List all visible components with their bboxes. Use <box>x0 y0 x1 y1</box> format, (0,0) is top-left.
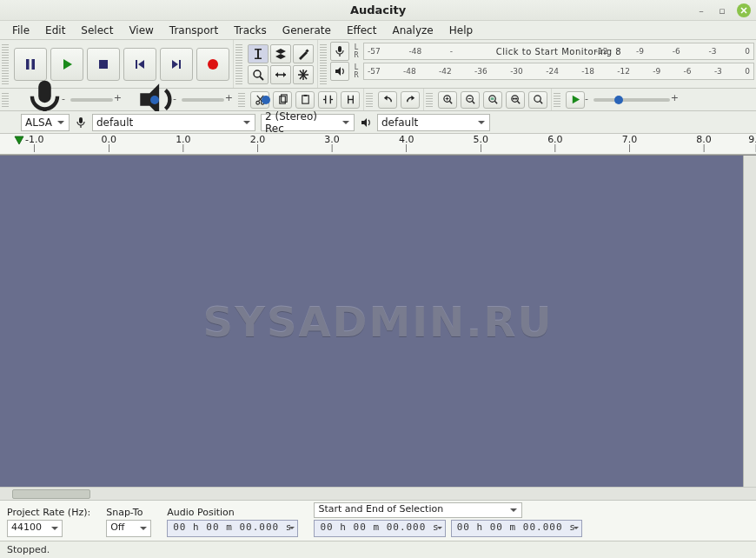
svg-marker-45 <box>383 96 387 101</box>
undo-button[interactable] <box>378 91 397 109</box>
snap-to-select[interactable]: Off <box>106 520 151 537</box>
skip-start-button[interactable] <box>123 48 156 81</box>
draw-tool[interactable] <box>293 44 314 63</box>
toolbar-grip[interactable] <box>320 43 327 84</box>
menu-help[interactable]: Help <box>442 23 480 38</box>
svg-point-30 <box>255 101 259 104</box>
toolbar-grip[interactable] <box>235 43 242 84</box>
svg-rect-55 <box>490 97 494 100</box>
toolbar-grip[interactable] <box>2 43 9 84</box>
track-canvas[interactable]: SYSADMIN.RU <box>0 155 756 487</box>
svg-line-56 <box>494 101 497 103</box>
fit-selection-button[interactable] <box>483 91 502 109</box>
fit-project-button[interactable] <box>506 91 525 109</box>
toolbar-row-2 <box>0 89 756 111</box>
svg-marker-64 <box>572 96 579 103</box>
snap-to-label: Snap-To <box>106 507 151 518</box>
minimize-button[interactable]: – <box>695 4 707 17</box>
recording-channels-select[interactable]: 2 (Stereo) Rec <box>261 114 355 131</box>
project-rate-select[interactable]: 44100 <box>7 520 63 537</box>
lr-label: LR <box>351 43 361 59</box>
svg-marker-8 <box>172 60 178 69</box>
svg-point-62 <box>534 96 540 102</box>
toolbar-grip[interactable] <box>426 92 433 107</box>
svg-marker-26 <box>335 67 341 76</box>
svg-rect-6 <box>136 60 137 69</box>
audio-host-select[interactable]: ALSA <box>21 114 70 131</box>
device-toolbar: ALSA default 2 (Stereo) Rec default <box>0 111 756 134</box>
paste-button[interactable] <box>295 91 315 109</box>
close-button[interactable] <box>737 3 751 17</box>
window-title: Audacity <box>350 3 406 17</box>
copy-button[interactable] <box>273 91 292 109</box>
envelope-tool[interactable] <box>270 44 291 63</box>
speaker-icon <box>360 116 372 129</box>
pause-button[interactable] <box>14 48 47 81</box>
playback-speed-slider[interactable] <box>588 98 675 102</box>
play-at-speed-button[interactable] <box>566 91 585 109</box>
menu-select[interactable]: Select <box>74 23 120 38</box>
silence-button[interactable] <box>341 91 360 109</box>
multi-tool[interactable] <box>293 65 314 84</box>
toolbar-grip[interactable] <box>2 92 9 107</box>
svg-marker-67 <box>361 118 367 127</box>
svg-rect-34 <box>279 96 285 103</box>
titlebar: Audacity – ▫ <box>0 0 756 21</box>
menu-analyze[interactable]: Analyze <box>385 23 440 38</box>
menu-generate[interactable]: Generate <box>275 23 338 38</box>
svg-marker-46 <box>411 96 414 101</box>
selection-mode-select[interactable]: Start and End of Selection <box>314 502 522 518</box>
mic-icon[interactable] <box>330 42 349 61</box>
svg-rect-27 <box>38 81 51 103</box>
zoom-toggle-button[interactable] <box>528 91 547 109</box>
zoom-tool[interactable] <box>248 65 269 84</box>
play-at-speed-toolbar <box>562 89 679 110</box>
menu-effect[interactable]: Effect <box>340 23 384 38</box>
recording-meter[interactable]: -57-48--12-9-6-30 Click to Start Monitor… <box>363 43 754 60</box>
menu-view[interactable]: View <box>122 23 160 38</box>
selection-start-field[interactable]: 00 h 00 m 00.000 s <box>314 520 445 537</box>
play-button[interactable] <box>50 48 83 81</box>
menu-edit[interactable]: Edit <box>38 23 72 38</box>
svg-rect-9 <box>179 60 181 69</box>
undo-redo-toolbar <box>375 89 424 110</box>
selection-tool[interactable] <box>248 44 269 63</box>
menu-transport[interactable]: Transport <box>162 23 225 38</box>
zoom-out-button[interactable] <box>461 91 480 109</box>
recording-device-select[interactable]: default <box>92 114 255 131</box>
svg-marker-19 <box>283 72 286 77</box>
redo-button[interactable] <box>401 91 420 109</box>
svg-rect-3 <box>32 59 36 70</box>
toolbar-grip[interactable] <box>554 92 560 107</box>
zoom-toolbar <box>434 89 552 110</box>
svg-rect-35 <box>281 95 287 102</box>
maximize-button[interactable]: ▫ <box>716 4 728 17</box>
audio-position-field[interactable]: 00 h 00 m 00.000 s <box>167 520 298 537</box>
timeline-ruler[interactable]: -1.0| 0.0| 1.0| 2.0| 3.0| 4.0| 5.0| 6.0|… <box>0 134 756 155</box>
speaker-icon[interactable] <box>330 62 349 81</box>
record-button[interactable] <box>196 48 229 81</box>
svg-rect-65 <box>79 117 83 123</box>
window-controls: – ▫ <box>695 3 751 17</box>
svg-marker-7 <box>138 60 144 69</box>
menu-file[interactable]: File <box>5 23 36 38</box>
selection-end-field[interactable]: 00 h 00 m 00.000 s <box>451 520 582 537</box>
svg-point-10 <box>208 59 218 70</box>
svg-rect-5 <box>99 60 108 69</box>
skip-end-button[interactable] <box>160 48 193 81</box>
playback-meter[interactable]: -57-48-42-36-30-24-18-12-9-6-30 <box>363 63 754 80</box>
svg-rect-37 <box>303 95 307 96</box>
timeshift-tool[interactable] <box>270 65 291 84</box>
stop-button[interactable] <box>87 48 120 81</box>
svg-line-50 <box>449 101 452 103</box>
svg-marker-4 <box>63 59 72 70</box>
svg-rect-11 <box>257 49 259 59</box>
zoom-in-button[interactable] <box>438 91 457 109</box>
menu-tracks[interactable]: Tracks <box>227 23 274 38</box>
trim-button[interactable] <box>318 91 337 109</box>
horizontal-scrollbar[interactable] <box>0 487 756 500</box>
toolbar-grip[interactable] <box>238 92 245 107</box>
playback-device-select[interactable]: default <box>377 114 490 131</box>
toolbar-grip[interactable] <box>366 92 373 107</box>
mic-icon <box>75 116 87 129</box>
